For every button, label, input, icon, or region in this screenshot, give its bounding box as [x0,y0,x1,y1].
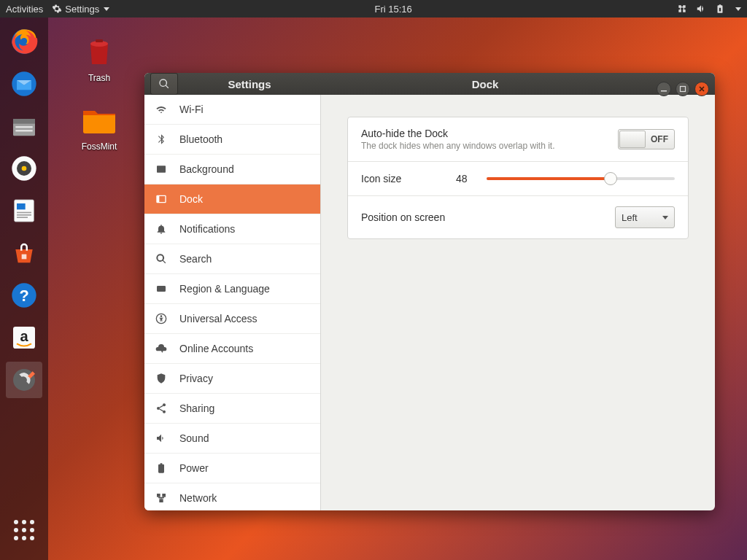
iconsize-value: 48 [456,173,478,184]
svg-point-29 [160,315,163,317]
sidebar-label: Network [179,492,217,504]
sidebar-label: Privacy [179,373,213,384]
show-applications[interactable] [6,512,42,548]
switch-knob [619,131,646,148]
svg-rect-3 [13,119,35,124]
region-icon [155,283,167,295]
svg-point-8 [22,166,27,171]
position-dropdown[interactable]: Left [615,206,675,228]
titlebar[interactable]: Settings Dock [144,73,715,95]
gear-icon [52,4,62,14]
close-button[interactable] [694,82,709,96]
chevron-down-icon [104,7,109,11]
battery-icon[interactable] [715,4,725,14]
svg-rect-11 [17,212,31,214]
sidebar-item-dock[interactable]: Dock [144,184,320,214]
row-iconsize: Icon size 48 [348,162,688,196]
minimize-button[interactable] [657,82,671,96]
autohide-sublabel: The dock hides when any windows overlap … [361,141,554,151]
svg-rect-14 [22,254,27,260]
sidebar-label: Region & Language [179,283,270,295]
sidebar-label: Universal Access [179,313,258,324]
svg-point-32 [163,411,166,413]
sidebar-item-online-accounts[interactable]: Online Accounts [144,334,320,364]
svg-rect-9 [15,200,34,222]
sidebar-item-network[interactable]: Network [144,483,320,510]
sidebar-label: Search [179,253,212,265]
app-menu[interactable]: Settings [52,4,109,15]
search-icon [158,78,170,90]
launcher-system-settings[interactable] [6,362,42,398]
svg-rect-13 [17,217,28,218]
sidebar-item-search[interactable]: Search [144,244,320,274]
sidebar-label: Bluetooth [179,133,222,145]
network-icon [155,492,167,504]
svg-point-30 [163,403,166,406]
sidebar-label: Sharing [179,402,214,414]
launcher-thunderbird[interactable] [6,66,42,102]
launcher-writer[interactable] [6,192,42,229]
launcher-firefox[interactable] [6,23,42,60]
launcher-files[interactable] [6,108,42,144]
wifi-icon [155,104,167,115]
search-button[interactable] [150,73,178,95]
sidebar-item-notifications[interactable]: Notifications [144,214,320,244]
sidebar-item-sharing[interactable]: Sharing [144,394,320,424]
volume-icon[interactable] [696,4,706,14]
position-label: Position on screen [361,211,445,223]
svg-point-19 [13,369,35,391]
sidebar-label: Online Accounts [179,343,253,354]
activities-button[interactable]: Activities [6,4,43,15]
svg-rect-12 [17,214,31,216]
sidebar-label: Background [179,163,234,175]
iconsize-slider[interactable] [487,172,675,185]
bluetooth-icon [155,133,167,145]
dock-icon [155,193,167,205]
slider-thumb[interactable] [604,172,617,185]
svg-rect-10 [17,203,26,209]
sound-icon [155,432,167,444]
row-position: Position on screen Left [348,196,688,238]
sidebar-item-sound[interactable]: Sound [144,424,320,454]
online-accounts-icon [155,343,167,354]
svg-rect-5 [15,130,32,132]
sidebar-item-region[interactable]: Region & Language [144,274,320,304]
sidebar-item-power[interactable]: Power [144,454,320,483]
dropdown-value: Left [622,212,638,223]
svg-rect-23 [681,87,686,92]
settings-sidebar: Wi-Fi Bluetooth Background Dock Notifica… [144,95,321,510]
sidebar-item-privacy[interactable]: Privacy [144,364,320,394]
accessibility-icon [155,313,167,324]
desktop-trash[interactable]: Trash [70,31,128,83]
svg-point-31 [157,407,160,410]
launcher-dock: ? a [0,18,48,560]
dock-panel: Auto-hide the Dock The dock hides when a… [347,117,689,239]
launcher-software[interactable] [6,235,42,271]
search-icon [155,253,167,265]
svg-rect-26 [157,195,159,202]
chevron-down-icon [662,216,668,219]
launcher-rhythmbox[interactable] [6,150,42,187]
sidebar-item-wifi[interactable]: Wi-Fi [144,95,320,125]
apps-grid-icon [14,520,34,540]
clock[interactable]: Fri 15:16 [374,4,411,15]
desktop-folder-fossmint[interactable]: FossMint [70,99,128,152]
launcher-amazon[interactable]: a [6,319,42,356]
headerbar-title-main: Dock [321,78,715,90]
system-menu-chevron-icon[interactable] [735,7,741,11]
network-icon[interactable] [677,4,687,14]
switch-state-label: OFF [651,134,668,144]
maximize-button[interactable] [676,82,690,96]
launcher-help[interactable]: ? [6,277,42,314]
autohide-switch[interactable]: OFF [618,129,675,149]
sidebar-label: Notifications [179,223,235,235]
svg-rect-34 [162,494,166,497]
svg-rect-33 [157,494,160,497]
svg-rect-24 [157,166,166,172]
svg-rect-4 [15,126,32,128]
sidebar-item-background[interactable]: Background [144,155,320,184]
sidebar-item-universal-access[interactable]: Universal Access [144,304,320,334]
bell-icon [155,223,167,235]
privacy-icon [155,373,167,384]
sidebar-item-bluetooth[interactable]: Bluetooth [144,125,320,155]
